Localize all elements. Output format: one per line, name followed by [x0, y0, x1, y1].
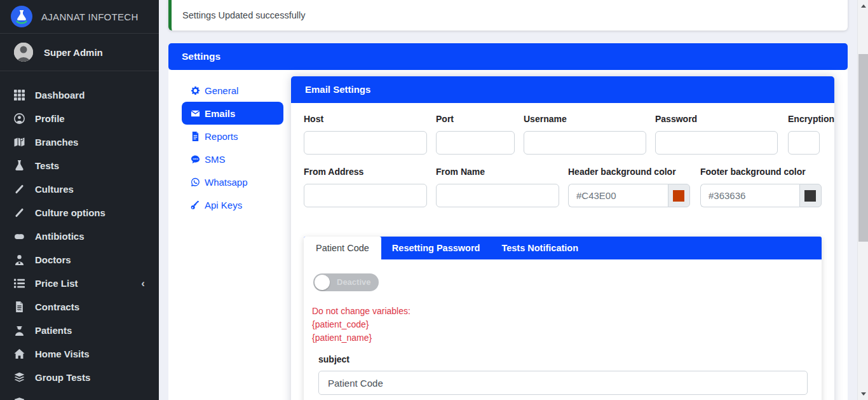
settings-tab-general[interactable]: General [182, 79, 283, 102]
key-icon [191, 200, 200, 210]
sms-bubble-icon: sms [191, 155, 200, 164]
vial-icon [14, 207, 26, 218]
footer-bg-color-label: Footer background color [700, 167, 822, 177]
sidebar-item-culture-options[interactable]: Culture options [0, 201, 159, 224]
host-label: Host [304, 114, 427, 124]
settings-tab-whatsapp[interactable]: Whatsapp [182, 170, 283, 193]
file-icon [191, 132, 200, 141]
sidebar: AJANNAT INFOTECH Super Admin Dashboard P… [0, 0, 159, 400]
gear-icon [191, 86, 200, 95]
page-scrollbar[interactable] [857, 0, 868, 400]
sidebar-item-dashboard[interactable]: Dashboard [0, 83, 159, 107]
user-profile-row[interactable]: Super Admin [0, 34, 159, 71]
settings-tab-reports[interactable]: Reports [182, 125, 283, 148]
sidebar-item-contracts[interactable]: Contracts [0, 295, 159, 319]
home-icon [14, 348, 26, 359]
envelope-icon [191, 109, 200, 118]
settings-tab-sms[interactable]: sms SMS [182, 148, 283, 170]
footer-color-swatch [804, 190, 816, 202]
grid-icon [14, 90, 26, 100]
email-templates-card: Patient Code Resetting Password Tests No… [304, 237, 822, 400]
sidebar-item-cultures[interactable]: Cultures [0, 177, 159, 201]
sidebar-item-profile[interactable]: Profile [0, 107, 159, 130]
settings-tab-api-keys[interactable]: Api Keys [182, 193, 283, 216]
pills-icon [14, 231, 26, 242]
scroll-down-arrow-icon[interactable] [858, 389, 868, 399]
doctor-icon [14, 254, 26, 265]
file-contract-icon [14, 301, 26, 312]
sidebar-item-branches[interactable]: Branches [0, 130, 159, 154]
list-icon [14, 278, 26, 289]
subject-input[interactable] [318, 371, 808, 395]
brand[interactable]: AJANNAT INFOTECH [0, 0, 159, 34]
host-input[interactable] [304, 131, 427, 155]
encryption-input[interactable] [788, 131, 820, 155]
whatsapp-icon [191, 177, 200, 187]
from-address-input[interactable] [304, 184, 427, 207]
main-content: Settings Updated successfully Settings G… [159, 0, 857, 400]
alert-message: Settings Updated successfully [182, 10, 305, 20]
tab-resetting-password[interactable]: Resetting Password [381, 237, 491, 259]
sidebar-item-group-tests[interactable]: Group Tests [0, 366, 159, 389]
subject-label: subject [318, 354, 349, 364]
sidebar-item-tests[interactable]: Tests [0, 154, 159, 177]
sidebar-item-price-list[interactable]: Price List ‹ [0, 272, 159, 295]
port-label: Port [436, 114, 515, 124]
box-icon [14, 396, 26, 400]
sidebar-item-doctors[interactable]: Doctors [0, 248, 159, 272]
settings-nav: General Emails Reports sms SMS Whatsapp … [182, 79, 283, 216]
flask-icon [14, 160, 26, 171]
success-alert: Settings Updated successfully [168, 0, 848, 31]
password-label: Password [655, 114, 778, 124]
avatar [14, 43, 33, 62]
footer-bg-color-input[interactable] [700, 184, 799, 207]
map-icon [14, 137, 26, 148]
svg-text:sms: sms [193, 157, 198, 160]
sidebar-item-patients[interactable]: Patients [0, 319, 159, 342]
port-input[interactable] [436, 131, 515, 155]
template-tabbar: Patient Code Resetting Password Tests No… [304, 237, 822, 259]
deactive-toggle[interactable]: Deactive [313, 273, 379, 291]
brand-name: AJANNAT INFOTECH [41, 11, 139, 22]
email-settings-card: Email Settings Host Port Username Passwo… [291, 76, 834, 400]
from-name-label: From Name [436, 167, 559, 177]
vial-icon [14, 184, 26, 195]
header-color-picker[interactable] [668, 184, 690, 207]
toggle-knob [315, 275, 330, 290]
sidebar-item-home-visits[interactable]: Home Visits [0, 342, 159, 366]
page-title: Settings [168, 43, 848, 70]
sidebar-item-partial[interactable] [0, 389, 159, 400]
brand-logo-icon [10, 5, 33, 28]
password-input[interactable] [655, 131, 778, 155]
user-name: Super Admin [44, 47, 103, 58]
username-label: Username [524, 114, 646, 124]
layers-icon [14, 372, 26, 383]
patient-icon [14, 325, 26, 336]
variables-note: Do not change variables: {patient_code} … [312, 305, 410, 345]
settings-tab-emails[interactable]: Emails [182, 102, 283, 125]
from-address-label: From Address [304, 167, 427, 177]
settings-panel: General Emails Reports sms SMS Whatsapp … [168, 70, 848, 400]
chevron-left-icon: ‹ [141, 278, 145, 289]
header-bg-color-label: Header background color [568, 167, 690, 177]
from-name-input[interactable] [436, 184, 559, 207]
sidebar-item-antibiotics[interactable]: Antibiotics [0, 224, 159, 248]
header-bg-color-input[interactable] [568, 184, 668, 207]
footer-color-picker[interactable] [799, 184, 822, 207]
toggle-label: Deactive [337, 273, 370, 291]
sidebar-menu: Dashboard Profile Branches Tests Culture… [0, 71, 159, 400]
tab-tests-notification[interactable]: Tests Notification [491, 237, 589, 259]
tab-patient-code[interactable]: Patient Code [304, 237, 381, 259]
user-circle-icon [14, 113, 26, 124]
encryption-label: Encryption [788, 114, 831, 124]
scrollbar-thumb[interactable] [858, 54, 868, 242]
header-color-swatch [673, 190, 684, 202]
email-settings-title: Email Settings [291, 76, 834, 103]
scroll-up-arrow-icon[interactable] [858, 1, 868, 11]
username-input[interactable] [524, 131, 646, 155]
